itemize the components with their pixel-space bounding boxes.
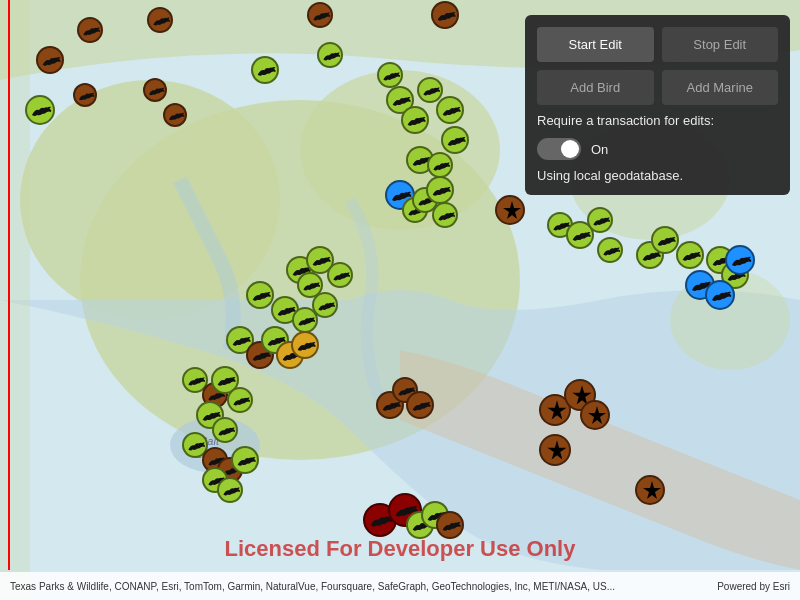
- marker-23[interactable]: [427, 152, 453, 178]
- marker-5[interactable]: [25, 95, 55, 125]
- marker-15[interactable]: [436, 96, 464, 124]
- attribution-bar: Texas Parks & Wildlife, CONANP, Esri, To…: [0, 572, 800, 600]
- attribution-left: Texas Parks & Wildlife, CONANP, Esri, To…: [10, 581, 615, 592]
- marker-11[interactable]: [377, 62, 403, 88]
- marker-61[interactable]: [217, 477, 243, 503]
- toggle-knob: [561, 140, 579, 158]
- marker-27[interactable]: [587, 207, 613, 233]
- marker-9[interactable]: [251, 56, 279, 84]
- marker-59[interactable]: [231, 446, 259, 474]
- toggle-label: On: [591, 142, 608, 157]
- marker-39[interactable]: [327, 262, 353, 288]
- marker-28[interactable]: [597, 237, 623, 263]
- start-edit-button[interactable]: Start Edit: [537, 27, 654, 62]
- marker-69[interactable]: [635, 475, 665, 505]
- marker-68[interactable]: [539, 434, 571, 466]
- attribution-right: Powered by Esri: [717, 581, 790, 592]
- marker-31[interactable]: [676, 241, 704, 269]
- marker-41[interactable]: [246, 281, 274, 309]
- red-line: [8, 0, 10, 570]
- geodatabase-label: Using local geodatabase.: [537, 168, 778, 183]
- add-marine-button[interactable]: Add Marine: [662, 70, 779, 105]
- marker-53[interactable]: [227, 387, 253, 413]
- marker-67[interactable]: [580, 400, 610, 430]
- map-container: Salt Lake Start Edit Stop Edit Add Bird …: [0, 0, 800, 600]
- stop-edit-button[interactable]: Stop Edit: [662, 27, 779, 62]
- marker-4[interactable]: [431, 1, 459, 29]
- edit-panel: Start Edit Stop Edit Add Bird Add Marine…: [525, 15, 790, 195]
- svg-point-2: [20, 80, 280, 320]
- marker-55[interactable]: [212, 417, 238, 443]
- transaction-label: Require a transaction for edits:: [537, 113, 778, 128]
- marker-0[interactable]: [36, 46, 64, 74]
- transaction-toggle[interactable]: [537, 138, 581, 160]
- marker-3[interactable]: [307, 2, 333, 28]
- marker-74[interactable]: [436, 511, 464, 539]
- edit-buttons-row: Start Edit Stop Edit: [537, 27, 778, 62]
- marker-49[interactable]: [291, 331, 319, 359]
- marker-13[interactable]: [401, 106, 429, 134]
- marker-44[interactable]: [312, 292, 338, 318]
- marker-36[interactable]: [725, 245, 755, 275]
- marker-64[interactable]: [406, 391, 434, 419]
- marker-8[interactable]: [163, 103, 187, 127]
- marker-10[interactable]: [317, 42, 343, 68]
- marker-22[interactable]: [432, 202, 458, 228]
- marker-30[interactable]: [651, 226, 679, 254]
- marker-24[interactable]: [495, 195, 525, 225]
- marker-21[interactable]: [426, 176, 454, 204]
- add-bird-button[interactable]: Add Bird: [537, 70, 654, 105]
- marker-2[interactable]: [147, 7, 173, 33]
- marker-1[interactable]: [77, 17, 103, 43]
- marker-6[interactable]: [73, 83, 97, 107]
- marker-35[interactable]: [705, 280, 735, 310]
- marker-7[interactable]: [143, 78, 167, 102]
- toggle-row: On: [537, 138, 778, 160]
- add-buttons-row: Add Bird Add Marine: [537, 70, 778, 105]
- marker-16[interactable]: [441, 126, 469, 154]
